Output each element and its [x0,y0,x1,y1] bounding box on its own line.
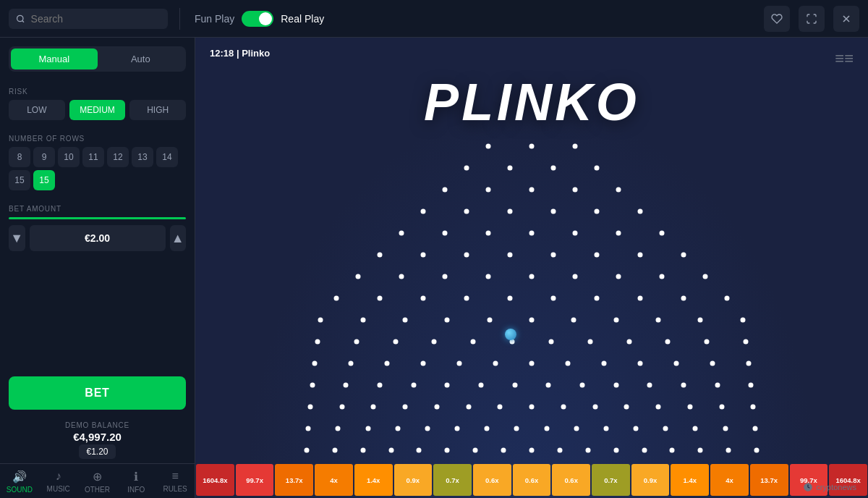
peg [634,426,639,431]
favorite-button[interactable] [764,6,790,32]
bet-amount-section: BET AMOUNT ▼ ▲ [0,198,195,251]
bet-amount-bar [9,217,186,219]
bet-amount-input[interactable] [30,225,166,251]
peg [395,426,400,431]
peg [514,426,519,431]
multiplier-cell: 0.7x [433,464,472,496]
search-input[interactable] [31,13,161,25]
row-12[interactable]: 12 [107,147,129,167]
peg [698,318,703,323]
manual-tab[interactable]: Manual [11,48,98,69]
toggle-knob [259,12,272,25]
peg [624,405,629,410]
multiplier-cell: 1604.8x [196,464,234,496]
risk-section: RISK LOW MEDIUM HIGH [0,80,195,120]
peg [719,405,724,410]
nav-other[interactable]: ⊕ OTHER [78,464,117,498]
risk-medium[interactable]: MEDIUM [69,100,126,120]
peg [486,187,491,193]
peg [487,318,492,323]
peg [508,253,513,258]
risk-low[interactable]: LOW [9,100,65,120]
peg [681,296,686,301]
decrease-bet-button[interactable]: ▼ [9,225,25,251]
search-box[interactable] [9,9,168,29]
mode-toggle-switch[interactable] [242,11,273,27]
bet-amount-label: BET AMOUNT [9,205,186,213]
peg [551,296,556,301]
peg [445,383,450,388]
peg [443,274,448,279]
peg [393,339,398,345]
peg [421,296,426,301]
peg [660,231,665,236]
peg [710,361,715,366]
watermark: cryptonews [803,482,856,492]
row-11[interactable]: 11 [82,147,104,167]
peg [443,187,448,193]
peg [592,405,597,410]
peg [432,339,437,345]
peg [421,209,426,214]
peg [587,339,592,345]
peg [529,405,535,410]
increase-bet-button[interactable]: ▲ [170,225,187,251]
rules-label: RULES [163,485,187,493]
peg [529,361,535,366]
multiplier-cell: 0.6x [513,464,551,496]
peg [566,361,571,366]
multiplier-cell: 0.7x [592,464,630,496]
nav-rules[interactable]: ≡ RULES [156,464,195,498]
peg [378,383,383,388]
peg [529,448,535,453]
nav-sound[interactable]: 🔊 SOUND [0,464,39,498]
fun-play-label: Fun Play [195,13,234,25]
peg [656,318,661,323]
rows-buttons: 8 9 10 11 12 13 14 15 15 [9,147,186,190]
peg [421,253,426,258]
demo-badge: €1.20 [79,444,115,459]
bet-tabs: Manual Auto [9,46,186,72]
peg [529,231,535,236]
peg [310,383,315,388]
rows-label: NUMBER OF ROWS [9,135,186,143]
peg [616,274,621,279]
row-13[interactable]: 13 [132,147,153,167]
row-8[interactable]: 8 [9,147,30,167]
peg [498,405,503,410]
real-play-label: Real Play [281,13,324,25]
peg [445,448,450,453]
auto-tab[interactable]: Auto [98,48,184,69]
peg [334,296,339,301]
peg [740,318,745,323]
search-icon [16,14,25,24]
nav-info[interactable]: ℹ INFO [116,464,156,498]
fullscreen-button[interactable] [799,6,825,32]
close-button[interactable] [833,6,859,32]
svg-point-0 [17,15,23,21]
peg [501,448,506,453]
row-15[interactable]: 15 [9,170,30,190]
risk-high[interactable]: HIGH [129,100,186,120]
peg [425,426,430,431]
row-10[interactable]: 10 [58,147,80,167]
peg [656,405,661,410]
peg [529,274,535,279]
peg [457,361,462,366]
peg [485,426,490,431]
peg [486,274,491,279]
game-header: 12:18 | Plinko [210,48,270,59]
peg [551,166,556,171]
sound-label: SOUND [7,486,33,494]
bet-button[interactable]: BET [9,376,186,410]
peg [479,383,484,388]
peg [354,339,359,345]
row-9[interactable]: 9 [33,147,55,167]
peg [443,231,448,236]
header: Fun Play Real Play [0,0,868,38]
peg [304,448,309,453]
nav-music[interactable]: ♪ MUSIC [39,464,78,498]
hash-icon[interactable]: ≡≡ [835,49,854,68]
row-15-active[interactable]: 15 [33,170,55,190]
row-14[interactable]: 14 [156,147,178,167]
